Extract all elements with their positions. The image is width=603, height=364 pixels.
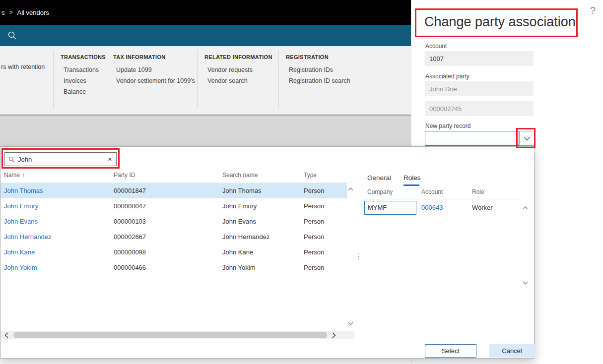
table-row[interactable]: John Evans 000000103 John Evans Person [0, 214, 347, 229]
menu-item-update-1099[interactable]: Update 1099 [106, 64, 197, 75]
party-id-cell: 000000103 [114, 214, 146, 229]
party-id-cell: 000002667 [114, 229, 146, 244]
party-name-link[interactable]: John Thomas [4, 183, 43, 198]
new-party-dropdown-button[interactable] [519, 131, 535, 146]
type-cell: Person [304, 183, 324, 198]
column-header-role[interactable]: Role [472, 188, 484, 195]
scroll-right-icon[interactable] [332, 332, 336, 338]
lookup-grid-body: John Thomas 000001847 John Thomas Person… [0, 183, 347, 275]
associated-party-name-field[interactable] [425, 81, 534, 96]
type-cell: Person [304, 214, 324, 229]
type-cell: Person [304, 198, 324, 214]
associated-party-id-field[interactable] [425, 101, 534, 116]
scroll-down-icon[interactable] [347, 321, 354, 326]
party-id-cell: 000000466 [114, 260, 146, 275]
menu-item-registration-ids[interactable]: Registration IDs [279, 64, 411, 75]
lookup-search-box[interactable]: ✕ [4, 152, 117, 166]
scroll-left-icon[interactable] [4, 332, 8, 338]
detail-header-divider [363, 199, 521, 199]
lookup-grid-header: Name↑ Party ID Search name Type [0, 169, 354, 182]
splitter-handle[interactable]: ⋮ [355, 252, 362, 261]
breadcrumb-fragment: s [1, 9, 5, 16]
active-tab-underline [403, 184, 419, 186]
table-row[interactable]: John Emory 000000047 John Emory Person [0, 198, 347, 214]
account-field[interactable] [425, 51, 534, 66]
menu-item-balance[interactable]: Balance [54, 86, 106, 97]
tab-roles[interactable]: Roles [403, 174, 421, 182]
party-name-link[interactable]: John Kane [4, 244, 35, 260]
horizontal-scrollbar[interactable] [0, 331, 354, 339]
action-group-tax-information: TAX INFORMATION Update 1099 Vendor settl… [106, 50, 198, 109]
scrollbar-thumb[interactable] [13, 332, 327, 338]
detail-vertical-scrollbar[interactable] [521, 205, 529, 286]
column-header-search-name[interactable]: Search name [222, 172, 258, 179]
menu-item-invoices[interactable]: Invoices [54, 75, 106, 86]
type-cell: Person [304, 229, 324, 244]
account-label: Account [425, 43, 447, 50]
party-name-link[interactable]: John Emory [4, 198, 38, 214]
associated-party-label: Associated party [425, 73, 469, 80]
application-window: s > All vendors rs with retention TRANSA… [0, 0, 603, 364]
breadcrumb-all-vendors[interactable]: All vendors [17, 9, 49, 16]
menu-item-vendor-requests[interactable]: Vendor requests [198, 64, 278, 75]
scroll-up-icon[interactable] [522, 205, 529, 211]
type-cell: Person [304, 244, 324, 260]
help-icon[interactable]: ? [590, 5, 596, 16]
column-header-account[interactable]: Account [421, 188, 443, 195]
party-name-link[interactable]: John Hernandez [4, 229, 51, 244]
cancel-button[interactable]: Cancel [489, 344, 535, 358]
action-group-related-information: RELATED INFORMATION Vendor requests Vend… [198, 50, 279, 109]
type-cell: Person [304, 260, 324, 275]
clear-search-icon[interactable]: ✕ [108, 156, 112, 163]
group-title: RELATED INFORMATION [198, 50, 278, 64]
new-party-record-field[interactable] [425, 131, 519, 146]
search-name-cell: John Yokim [222, 260, 256, 275]
action-pane: rs with retention TRANSACTIONS Transacti… [0, 46, 411, 115]
table-row[interactable]: John Hernandez 000002667 John Hernandez … [0, 229, 347, 244]
sort-ascending-icon: ↑ [22, 172, 25, 178]
table-row[interactable]: John Yokim 000000466 John Yokim Person [0, 260, 347, 275]
party-name-link[interactable]: John Yokim [4, 260, 37, 275]
content-background-band [0, 115, 411, 146]
column-header-company[interactable]: Company [367, 188, 393, 195]
list-vertical-scrollbar[interactable] [346, 186, 354, 326]
account-link[interactable]: 000643 [421, 201, 443, 215]
column-header-type[interactable]: Type [304, 172, 317, 179]
top-navigation-bar: s > All vendors [0, 0, 411, 25]
chevron-down-icon [524, 136, 531, 141]
table-row[interactable]: John Kane 000000098 John Kane Person [0, 244, 347, 260]
menu-item-vendor-settlement[interactable]: Vendor settlement for 1099's [106, 75, 197, 86]
menu-item-vendor-search[interactable]: Vendor search [198, 75, 278, 86]
select-button[interactable]: Select [425, 344, 476, 358]
company-cell[interactable]: MYMF [364, 201, 416, 215]
group-title: TRANSACTIONS [54, 50, 106, 64]
search-name-cell: John Hernandez [222, 229, 269, 244]
search-icon[interactable] [7, 31, 17, 40]
party-name-link[interactable]: John Evans [4, 214, 38, 229]
role-cell: Worker [472, 201, 493, 215]
page-header-bar [0, 25, 411, 46]
party-id-cell: 000001847 [114, 183, 146, 198]
tab-general[interactable]: General [367, 174, 391, 182]
search-name-cell: John Evans [222, 214, 256, 229]
search-input[interactable] [18, 156, 105, 163]
group-title: REGISTRATION [279, 50, 411, 64]
party-lookup-popup: ✕ Name↑ Party ID Search name Type John T… [0, 146, 535, 359]
search-name-cell: John Emory [222, 198, 257, 214]
breadcrumb-separator-icon: > [9, 9, 13, 16]
scroll-down-icon[interactable] [522, 280, 529, 286]
search-name-cell: John Kane [222, 244, 253, 260]
party-id-cell: 000000098 [114, 244, 146, 260]
new-party-record-label: New party record [425, 122, 470, 129]
table-row[interactable]: John Thomas 000001847 John Thomas Person [0, 183, 347, 198]
column-header-name[interactable]: Name↑ [4, 172, 25, 179]
action-group-registration: REGISTRATION Registration IDs Registrati… [279, 50, 411, 109]
action-group-transactions: TRANSACTIONS Transactions Invoices Balan… [54, 50, 106, 109]
column-header-party-id[interactable]: Party ID [114, 172, 135, 179]
menu-item-registration-id-search[interactable]: Registration ID search [279, 75, 411, 86]
menu-item-transactions[interactable]: Transactions [54, 64, 106, 75]
scroll-up-icon[interactable] [347, 186, 354, 192]
group-title: TAX INFORMATION [106, 50, 197, 64]
party-id-cell: 000000047 [114, 198, 146, 214]
search-icon [8, 156, 15, 163]
